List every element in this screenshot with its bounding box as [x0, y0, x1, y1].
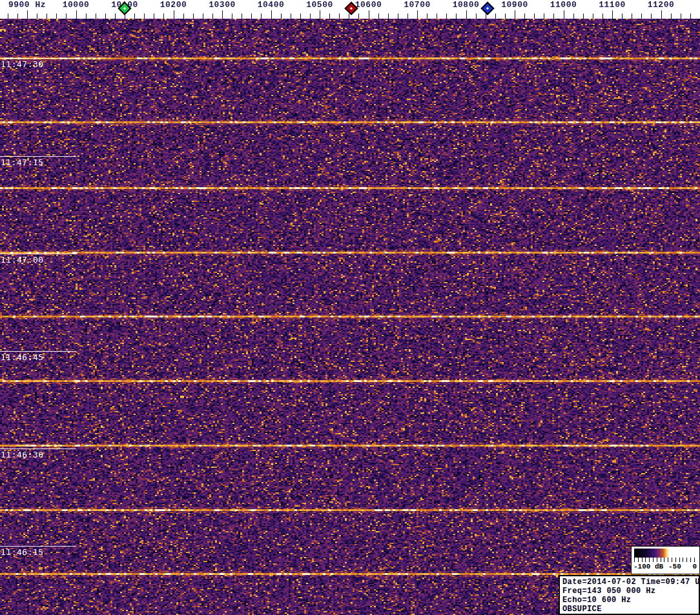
- freq-tick: [46, 14, 47, 19]
- freq-tick: [339, 14, 340, 19]
- time-label-text: 11:47:30: [0, 59, 44, 69]
- freq-tick: [437, 14, 437, 19]
- freq-tick: [212, 14, 213, 19]
- freq-tick: [651, 14, 652, 19]
- time-label-text: 11:47:15: [0, 157, 44, 167]
- freq-tick: [183, 14, 184, 19]
- freq-tick: [602, 14, 603, 19]
- freq-tick: [300, 14, 301, 19]
- freq-axis-label: 11100: [599, 0, 626, 10]
- freq-tick: [222, 10, 223, 19]
- scale-tick-comb: [634, 558, 695, 562]
- freq-tick: [358, 14, 359, 19]
- time-label-text: 11:47:00: [0, 254, 44, 265]
- amplitude-color-scale: -100 dB -50 0: [631, 546, 700, 574]
- frequency-axis[interactable]: 9900 Hz100001010010200103001040010500106…: [0, 0, 700, 19]
- info-frequency: Freq=143 050 000 Hz: [562, 587, 699, 596]
- time-label: 11:47:15: [0, 156, 76, 168]
- freq-tick: [86, 14, 87, 19]
- freq-axis-label: 10600: [355, 0, 382, 10]
- freq-tick: [388, 14, 389, 19]
- freq-tick: [573, 14, 574, 19]
- freq-tick: [486, 14, 486, 19]
- freq-tick: [534, 14, 535, 19]
- freq-tick: [671, 14, 672, 19]
- blue-marker-diamond-icon[interactable]: [481, 1, 495, 15]
- freq-tick: [369, 10, 369, 19]
- freq-tick: [593, 14, 593, 19]
- freq-tick: [115, 14, 116, 19]
- freq-axis-label: 10500: [306, 0, 333, 10]
- freq-tick: [320, 10, 320, 19]
- freq-axis-label: 10800: [453, 0, 480, 10]
- freq-tick: [553, 14, 554, 19]
- freq-tick: [242, 14, 242, 19]
- freq-tick: [134, 14, 135, 19]
- info-station-name: OBSUPICE: [562, 605, 699, 614]
- freq-tick: [641, 14, 642, 19]
- freq-axis-label: 11200: [648, 0, 675, 10]
- freq-tick: [505, 14, 506, 19]
- freq-tick: [37, 14, 37, 19]
- freq-axis-label: 11000: [550, 0, 577, 10]
- freq-axis-label: 9900 Hz: [8, 0, 46, 10]
- freq-tick: [8, 14, 8, 19]
- freq-axis-label: 10400: [258, 0, 285, 10]
- freq-tick: [661, 10, 662, 19]
- freq-tick: [564, 10, 564, 19]
- freq-tick: [76, 10, 77, 19]
- freq-tick: [427, 14, 427, 19]
- freq-tick: [232, 14, 232, 19]
- freq-axis-label: 10000: [63, 0, 90, 10]
- time-label: 11:47:30: [0, 58, 76, 70]
- freq-tick: [329, 14, 330, 19]
- marker-center-dot: [350, 7, 353, 10]
- freq-tick: [622, 14, 623, 19]
- spectrogram-window: 9900 Hz100001010010200103001040010500106…: [0, 0, 700, 615]
- freq-tick: [261, 14, 262, 19]
- freq-tick: [349, 14, 349, 19]
- freq-tick: [456, 14, 457, 19]
- freq-tick: [446, 14, 447, 19]
- scale-label-mid: -50: [668, 563, 681, 570]
- scale-labels: -100 dB -50 0: [632, 563, 699, 572]
- freq-tick: [398, 14, 398, 19]
- freq-tick: [417, 10, 418, 19]
- freq-tick: [271, 10, 272, 19]
- freq-tick: [690, 14, 691, 19]
- freq-axis-label: 10200: [160, 0, 187, 10]
- waterfall-display[interactable]: [0, 19, 700, 615]
- scale-label-max: 0: [692, 563, 697, 570]
- freq-tick: [378, 14, 379, 19]
- freq-tick: [524, 14, 525, 19]
- time-label-text: 11:46:30: [0, 449, 44, 459]
- info-echo-frequency: Echo=10 600 Hz: [562, 596, 699, 605]
- freq-tick: [583, 14, 584, 19]
- scale-label-min: -100 dB: [633, 563, 663, 570]
- freq-tick: [96, 14, 96, 19]
- freq-tick: [466, 10, 467, 19]
- marker-center-dot: [486, 7, 489, 10]
- time-label: 11:46:30: [0, 449, 76, 461]
- freq-tick: [407, 14, 408, 19]
- freq-tick: [291, 14, 291, 19]
- freq-tick: [105, 14, 106, 19]
- freq-tick: [310, 14, 311, 19]
- freq-tick: [544, 14, 544, 19]
- color-gradient-bar: [634, 549, 695, 558]
- freq-tick: [251, 14, 252, 19]
- freq-tick: [66, 14, 67, 19]
- freq-tick: [612, 10, 613, 19]
- freq-tick: [632, 14, 632, 19]
- freq-tick: [163, 14, 164, 19]
- freq-axis-label: 10900: [501, 0, 528, 10]
- time-label: 11:46:15: [0, 546, 76, 558]
- freq-tick: [495, 14, 496, 19]
- time-label-text: 11:46:15: [0, 547, 44, 557]
- freq-tick: [476, 14, 477, 19]
- freq-axis-label: 10300: [209, 0, 236, 10]
- freq-tick: [144, 14, 145, 19]
- time-label: 11:46:45: [0, 351, 76, 363]
- marker-center-dot: [123, 7, 126, 10]
- info-date-time: Date=2014-07-02 Time=09:47 UTC: [562, 578, 699, 587]
